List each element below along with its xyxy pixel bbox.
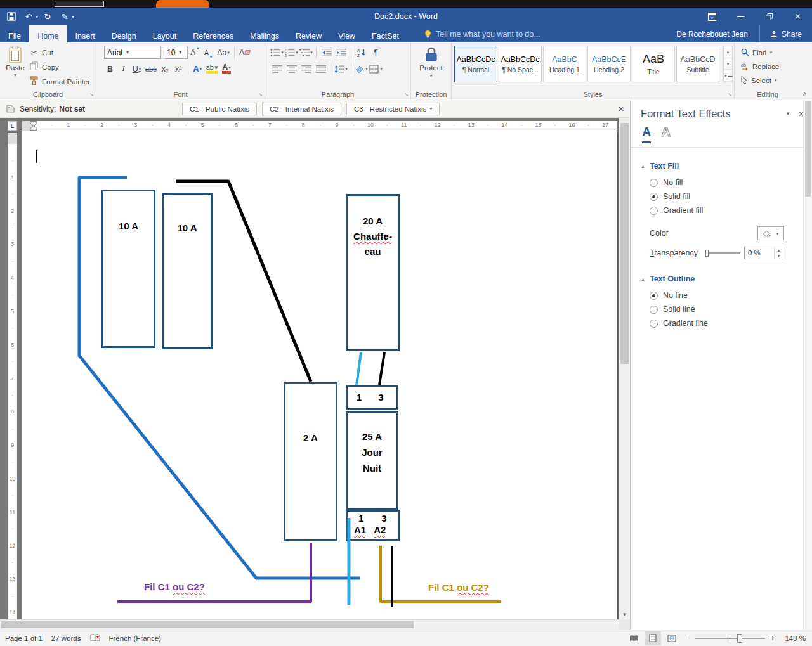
undo-icon[interactable]: ↶: [21, 9, 36, 24]
line-spacing-button[interactable]: ▾: [334, 62, 348, 75]
clipboard-dialog-launcher-icon[interactable]: ↘: [89, 92, 94, 98]
find-button[interactable]: Find▾: [741, 46, 772, 58]
paste-dropdown-icon[interactable]: ▾: [14, 72, 16, 78]
annotation-fil-c1-c2-right[interactable]: Fil C1 ou C2?: [428, 582, 489, 593]
radio-button-icon[interactable]: [650, 320, 658, 328]
align-right-button[interactable]: [299, 62, 313, 75]
v-ruler[interactable]: 1·2·3·4·5·6·7·8·9·10·11·12·13·14·: [8, 133, 17, 619]
horizontal-scrollbar[interactable]: [0, 619, 619, 630]
text-fill-section-header[interactable]: ▲Text Fill: [631, 162, 812, 171]
format-painter-button[interactable]: Format Painter: [29, 75, 90, 87]
sensitivity-option-3[interactable]: C3 - Restricted Natixis▾: [346, 103, 440, 115]
close-button[interactable]: ✕: [783, 8, 812, 25]
pane-scrollbar-thumb[interactable]: [805, 101, 811, 197]
radio-gradient-fill[interactable]: Gradient fill: [631, 203, 812, 217]
style-no-spac[interactable]: AaBbCcDc¶ No Spac...: [499, 46, 542, 82]
minimize-button[interactable]: —: [726, 8, 755, 25]
style-title[interactable]: AaBTitle: [632, 46, 675, 82]
text-effects-tab[interactable]: A: [661, 125, 670, 143]
copy-button[interactable]: Copy: [29, 61, 90, 73]
styles-scroll-up-icon[interactable]: ▲: [724, 46, 732, 58]
vertical-scrollbar-thumb[interactable]: [620, 123, 629, 364]
breaker-box-10a-2[interactable]: 10 A: [162, 193, 213, 349]
wire-gold[interactable]: [381, 546, 501, 602]
bullets-button[interactable]: ▾: [270, 46, 284, 59]
radio-no-line[interactable]: No line: [631, 288, 812, 302]
scroll-down-icon[interactable]: ▼: [619, 609, 630, 619]
radio-no-fill[interactable]: No fill: [631, 176, 812, 190]
word-count[interactable]: 27 words: [51, 635, 81, 642]
wire-purple[interactable]: [117, 543, 311, 602]
zoom-value[interactable]: 140 %: [780, 635, 806, 642]
redo-icon[interactable]: ↻: [40, 9, 55, 24]
breaker-box-2a[interactable]: 2 A: [284, 382, 337, 541]
wire-cyan-middle[interactable]: [357, 352, 361, 385]
breaker-box-25a-jour-nuit[interactable]: 25 A Jour Nuit: [346, 411, 398, 510]
transparency-slider[interactable]: [705, 249, 740, 257]
radio-solid-line[interactable]: Solid line: [631, 302, 812, 316]
horizontal-scrollbar-thumb[interactable]: [1, 621, 414, 628]
tab-references[interactable]: References: [185, 25, 242, 42]
pen-icon[interactable]: ✎: [57, 9, 72, 24]
zoom-out-icon[interactable]: −: [683, 633, 693, 643]
align-left-button[interactable]: [270, 62, 284, 75]
print-layout-icon[interactable]: [645, 631, 661, 645]
breaker-box-10a-1[interactable]: 10 A: [102, 190, 155, 348]
paragraph-dialog-launcher-icon[interactable]: ↘: [404, 92, 409, 98]
document-page[interactable]: 10 A 10 A 20 A Chauffe- eau 2 A 1 3 25 A…: [22, 131, 617, 619]
contactor-terminals-bottom[interactable]: 1 3 A1 A2: [346, 510, 400, 541]
radio-button-icon[interactable]: [650, 179, 658, 187]
font-color-button[interactable]: A▾: [221, 62, 233, 75]
contactor-terminals-top[interactable]: 1 3: [346, 385, 398, 410]
zoom-slider-thumb[interactable]: [737, 634, 742, 643]
pane-options-icon[interactable]: ▼: [785, 111, 790, 117]
select-button[interactable]: Select▾: [741, 74, 776, 86]
undo-dropdown-icon[interactable]: ▾: [36, 14, 38, 20]
tab-file[interactable]: File: [0, 25, 29, 42]
style-subtitle[interactable]: AaBbCcDSubtitle: [676, 46, 719, 82]
restore-button[interactable]: [755, 8, 783, 25]
spin-down-icon[interactable]: ▼: [775, 253, 783, 259]
sort-button[interactable]: AZ: [355, 46, 368, 59]
radio-button-icon[interactable]: [650, 292, 658, 300]
signed-in-user[interactable]: De Rochebouet Jean: [665, 30, 759, 39]
style-heading-2[interactable]: AaBbCcEHeading 2: [587, 46, 631, 82]
tab-insert[interactable]: Insert: [67, 25, 103, 42]
radio-button-icon[interactable]: [650, 306, 658, 314]
tab-view[interactable]: View: [330, 25, 363, 42]
cut-button[interactable]: ✂Cut: [29, 46, 90, 58]
ribbon-display-options-icon[interactable]: [698, 8, 726, 25]
justify-button[interactable]: [314, 62, 327, 75]
tab-design[interactable]: Design: [103, 25, 145, 42]
page-indicator[interactable]: Page 1 of 1: [5, 635, 43, 642]
multilevel-list-button[interactable]: ▾: [299, 46, 313, 59]
collapse-ribbon-icon[interactable]: ∧: [802, 90, 807, 97]
numbering-button[interactable]: 123▾: [285, 46, 298, 59]
tab-layout[interactable]: Layout: [145, 25, 185, 42]
underline-button[interactable]: U▾: [131, 62, 143, 75]
strikethrough-button[interactable]: abc: [144, 62, 158, 75]
shading-button[interactable]: ▾: [355, 62, 368, 75]
h-ruler[interactable]: 1·2·3·4·5·6·7·8·9·10·11·12·13·14·15·16·1…: [22, 121, 617, 131]
sensitivity-option-2[interactable]: C2 - Internal Natixis: [262, 103, 341, 115]
text-outline-section-header[interactable]: ▲Text Outline: [631, 275, 812, 283]
sensitivity-option-1[interactable]: C1 - Public Natixis: [182, 103, 257, 115]
subscript-button[interactable]: x₂: [159, 62, 171, 75]
save-icon[interactable]: [4, 9, 19, 24]
tab-review[interactable]: Review: [287, 25, 330, 42]
styles-more-icon[interactable]: ▼▬: [724, 70, 732, 82]
share-button[interactable]: Share: [759, 25, 812, 42]
radio-button-icon[interactable]: [650, 207, 658, 215]
increase-indent-button[interactable]: [334, 46, 348, 59]
font-family-select[interactable]: Arial▾: [104, 46, 161, 59]
text-highlight-button[interactable]: ab▾: [205, 62, 219, 75]
grow-font-button[interactable]: A▲: [189, 46, 201, 59]
shrink-font-button[interactable]: A▼: [202, 46, 214, 59]
bold-button[interactable]: B: [104, 62, 116, 75]
tab-stop-selector[interactable]: L: [8, 121, 17, 131]
italic-button[interactable]: I: [117, 62, 129, 75]
replace-button[interactable]: ab Replace: [741, 60, 779, 72]
indent-markers-icon[interactable]: [29, 121, 39, 131]
tab-factset[interactable]: FactSet: [363, 25, 407, 42]
styles-scroll-down-icon[interactable]: ▼: [724, 58, 732, 70]
